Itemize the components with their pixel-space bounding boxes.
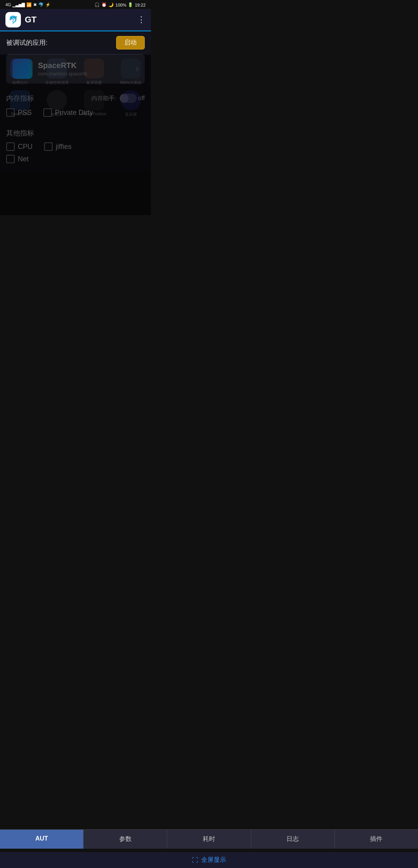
status-bar: 4G ▁▃▅▇ 📶 ✖ 🐬 ⚡ 🎧 ⏰ 🌙 100% 🔋 19:22 — [0, 0, 151, 9]
gt-app-icon: 🐬 — [5, 12, 21, 27]
battery-icon: 🔋 — [128, 2, 133, 7]
wifi-icon: 📶 — [26, 2, 32, 7]
usb-icon: ⚡ — [45, 2, 51, 7]
app-bar: 🐬 GT ⋮ — [0, 9, 151, 31]
bg-app-indoorposition: IndoorPosition — [78, 90, 110, 117]
app-bar-left: 🐬 GT — [5, 12, 37, 27]
headphone-icon: 🎧 — [94, 2, 100, 7]
bg-app-haluochuxing: 哈啰出行 — [4, 58, 36, 85]
bg-app-musiclake: 音乐湖 — [115, 90, 147, 117]
battery-level: 100% — [115, 3, 126, 7]
start-button[interactable]: 启动 — [116, 36, 145, 50]
signal-icon: 4G ▁▃▅▇ — [5, 2, 25, 7]
background-apps: 哈啰出行 存储空间清理 集享联盟 Metro大都会 SpaceRTK 全能车 — [0, 55, 151, 215]
debug-app-header: 被调试的应用: 启动 — [6, 36, 145, 50]
bg-app-metro: Metro大都会 — [115, 58, 147, 85]
bg-app-quannengche: 全能车 — [41, 90, 74, 117]
app-icon-small: 🐬 — [38, 2, 44, 7]
notification-icon: ✖ — [33, 2, 37, 7]
debug-label: 被调试的应用: — [6, 38, 48, 47]
clock: 19:22 — [135, 3, 146, 7]
bg-app-grid: 哈啰出行 存储空间清理 集享联盟 Metro大都会 SpaceRTK 全能车 — [0, 55, 151, 121]
bg-app-jixiang: 集享联盟 — [78, 58, 110, 85]
status-left: 4G ▁▃▅▇ 📶 ✖ 🐬 ⚡ — [5, 2, 51, 7]
bg-app-spacertk: SpaceRTK — [4, 90, 36, 117]
alarm-icon: ⏰ — [101, 2, 107, 7]
moon-icon: 🌙 — [108, 2, 114, 7]
main-content: 被调试的应用: 启动 🌐 SpaceRTK com.markton.spacer… — [0, 31, 151, 215]
app-title: GT — [25, 15, 37, 25]
bg-app-storage: 存储空间清理 — [41, 58, 74, 85]
status-right: 🎧 ⏰ 🌙 100% 🔋 19:22 — [94, 2, 146, 7]
overflow-menu-icon[interactable]: ⋮ — [137, 15, 146, 25]
